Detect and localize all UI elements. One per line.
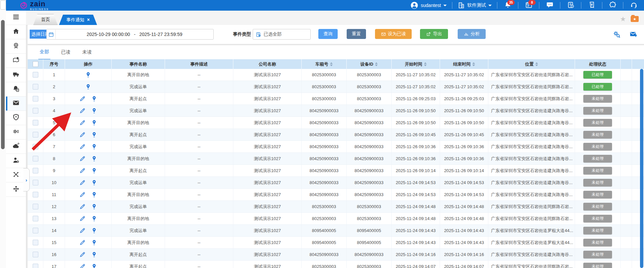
row-checkbox[interactable] xyxy=(33,228,38,233)
tab-home[interactable]: 首页 xyxy=(33,14,58,25)
row-checkbox[interactable] xyxy=(33,156,38,161)
left-scrollbar-thumb[interactable] xyxy=(1,20,5,149)
edit-pencil-icon[interactable] xyxy=(79,179,86,186)
edit-pencil-icon[interactable] xyxy=(79,191,86,198)
location-pin-icon[interactable] xyxy=(91,179,97,186)
row-checkbox[interactable] xyxy=(33,264,38,268)
status-badge[interactable]: 未处理 xyxy=(583,251,612,258)
date-range-input[interactable]: 2025-10-29 00:00:00 - 2025-11-27 23:59:5… xyxy=(46,29,214,40)
row-checkbox[interactable] xyxy=(33,120,38,126)
edit-pencil-icon[interactable] xyxy=(79,227,86,234)
status-badge[interactable]: 未处理 xyxy=(583,203,612,210)
table-scrollbar[interactable] xyxy=(640,69,643,268)
edit-pencil-icon[interactable] xyxy=(79,203,86,210)
location-pin-icon[interactable] xyxy=(85,84,91,90)
event-type-select[interactable]: 已选全部 xyxy=(253,29,311,40)
status-badge[interactable]: 未处理 xyxy=(583,263,612,268)
location-pin-icon[interactable] xyxy=(85,72,91,78)
view-tab-all[interactable]: 全部 xyxy=(38,45,50,60)
row-checkbox[interactable] xyxy=(33,168,38,173)
edit-pencil-icon[interactable] xyxy=(79,251,86,258)
row-checkbox[interactable] xyxy=(33,108,38,114)
status-badge[interactable]: 未处理 xyxy=(583,227,612,234)
sidebar-item-home[interactable] xyxy=(6,25,26,39)
status-badge[interactable]: 未处理 xyxy=(583,215,612,222)
sidebar-item-apps[interactable] xyxy=(6,182,26,197)
location-pin-icon[interactable] xyxy=(91,251,97,258)
close-icon[interactable]: × xyxy=(87,15,90,25)
status-badge[interactable]: 已处理 xyxy=(583,83,612,91)
location-pin-icon[interactable] xyxy=(91,227,97,234)
sort-icon[interactable] xyxy=(330,62,333,66)
sidebar-expand-chevron[interactable]: › xyxy=(23,168,30,191)
location-pin-icon[interactable] xyxy=(91,132,97,138)
edit-pencil-icon[interactable] xyxy=(79,96,86,102)
billing-button[interactable] xyxy=(581,0,602,11)
edit-pencil-icon[interactable] xyxy=(79,132,86,138)
org-menu[interactable]: 软件测试 xyxy=(452,0,497,11)
view-tab-unread[interactable]: 未读 xyxy=(81,45,93,59)
analyze-button[interactable]: 分析 xyxy=(458,29,486,39)
user-menu[interactable]: sudantest xyxy=(405,0,452,11)
status-badge[interactable]: 已处理 xyxy=(583,71,612,79)
sidebar-item-route-map[interactable] xyxy=(6,54,26,68)
location-pin-icon[interactable] xyxy=(91,120,97,126)
support-button[interactable] xyxy=(623,0,644,11)
column-header-box-no[interactable]: 车箱号 xyxy=(302,59,347,69)
schedule-button[interactable]: 8 xyxy=(518,0,539,11)
sort-icon[interactable] xyxy=(375,62,378,66)
location-pin-icon[interactable] xyxy=(91,263,97,268)
mark-read-button[interactable]: 设为已读 xyxy=(375,29,412,39)
sidebar-item-monitor[interactable] xyxy=(6,39,26,54)
column-header-start-time[interactable]: 开始时间 xyxy=(392,59,440,69)
status-badge[interactable]: 未处理 xyxy=(583,239,612,246)
location-pin-icon[interactable] xyxy=(91,143,97,150)
sidebar-item-alert-report[interactable] xyxy=(6,82,26,97)
location-pin-icon[interactable] xyxy=(91,203,97,210)
location-pin-icon[interactable] xyxy=(91,167,97,174)
row-checkbox[interactable] xyxy=(33,96,38,102)
row-checkbox[interactable] xyxy=(33,132,38,137)
sort-icon[interactable] xyxy=(535,62,538,66)
sidebar-item-network[interactable] xyxy=(6,168,26,182)
sort-icon[interactable] xyxy=(424,62,427,66)
row-checkbox[interactable] xyxy=(33,204,38,209)
row-checkbox[interactable] xyxy=(33,180,38,185)
bookmark-folder-icon[interactable]: ★ xyxy=(631,16,639,22)
location-pin-icon[interactable] xyxy=(91,239,97,246)
status-badge[interactable]: 未处理 xyxy=(583,155,612,162)
sidebar-item-user-settings[interactable] xyxy=(6,154,26,168)
select-all-checkbox[interactable] xyxy=(33,61,38,67)
plan-button[interactable] xyxy=(560,0,581,11)
status-badge[interactable]: 未处理 xyxy=(583,191,612,198)
edit-pencil-icon[interactable] xyxy=(79,108,86,114)
column-header-device-id[interactable]: 设备ID xyxy=(347,59,392,69)
settings-search-icon[interactable] xyxy=(613,30,621,38)
tab-event-notice[interactable]: 事件通知 × xyxy=(59,15,97,25)
row-checkbox[interactable] xyxy=(33,216,38,221)
location-pin-icon[interactable] xyxy=(91,96,97,102)
edit-pencil-icon[interactable] xyxy=(79,143,86,150)
status-badge[interactable]: 未处理 xyxy=(583,95,612,103)
left-scrollbar[interactable] xyxy=(0,0,6,268)
search-button[interactable]: 查询 xyxy=(318,29,338,39)
sidebar-item-event-notice[interactable] xyxy=(6,97,26,111)
view-tab-read[interactable]: 已读 xyxy=(60,45,72,59)
favorite-star-icon[interactable]: ★ xyxy=(620,15,626,23)
status-badge[interactable]: 未处理 xyxy=(583,131,612,138)
reset-button[interactable]: 重置 xyxy=(347,29,366,39)
row-checkbox[interactable] xyxy=(33,192,38,197)
sidebar-item-vehicle[interactable] xyxy=(6,68,26,82)
status-badge[interactable]: 未处理 xyxy=(583,179,612,186)
row-checkbox[interactable] xyxy=(33,240,38,245)
status-badge[interactable]: 未处理 xyxy=(583,167,612,174)
sidebar-item-menu[interactable] xyxy=(6,11,26,25)
status-badge[interactable]: 未处理 xyxy=(583,119,612,127)
column-header-location[interactable]: 位置 xyxy=(488,59,575,69)
status-badge[interactable]: 未处理 xyxy=(583,143,612,150)
location-pin-icon[interactable] xyxy=(91,191,97,198)
status-badge[interactable]: 未处理 xyxy=(583,107,612,115)
row-checkbox[interactable] xyxy=(33,72,38,78)
sidebar-item-security[interactable] xyxy=(6,111,26,125)
edit-pencil-icon[interactable] xyxy=(79,263,86,268)
